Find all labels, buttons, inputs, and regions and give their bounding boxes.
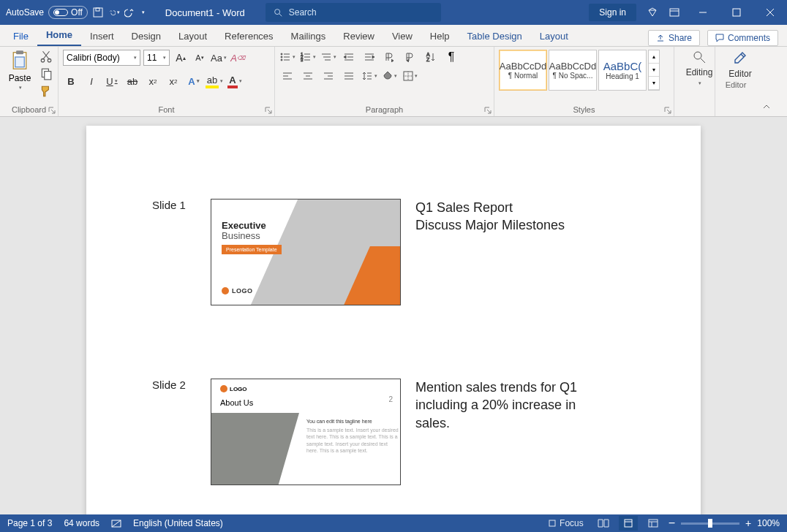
underline-button[interactable]: U▾ [104, 73, 120, 89]
close-button[interactable] [753, 0, 787, 25]
tab-design[interactable]: Design [123, 28, 170, 46]
file-tab[interactable]: File [4, 28, 37, 46]
paste-button[interactable]: Paste ▾ [4, 50, 35, 91]
styles-launcher-icon[interactable] [664, 107, 671, 114]
svg-text:3: 3 [301, 58, 304, 62]
tab-layout[interactable]: Layout [170, 28, 216, 46]
svg-text:Z: Z [426, 57, 430, 62]
autosave-toggle[interactable]: Off [48, 6, 88, 19]
format-painter-icon[interactable] [39, 85, 53, 98]
tab-help[interactable]: Help [421, 28, 459, 46]
superscript-button[interactable]: x2 [165, 73, 181, 89]
tab-view[interactable]: View [383, 28, 421, 46]
tab-references[interactable]: References [216, 28, 282, 46]
autosave-state: Off [71, 7, 83, 18]
group-styles: AaBbCcDd¶ Normal AaBbCcDd¶ No Spac... Aa… [494, 47, 674, 116]
table-row: Slide 2 LOGO About Us 2 You can edit thi… [152, 379, 657, 485]
align-center-icon[interactable] [300, 69, 316, 83]
styles-gallery-nav[interactable]: ▴▾▾ [648, 50, 660, 91]
sort-icon[interactable]: AZ [423, 50, 439, 64]
text-effects-icon[interactable]: A▾ [186, 73, 202, 89]
borders-icon[interactable]: ▾ [402, 69, 418, 83]
align-right-icon[interactable] [320, 69, 336, 83]
line-spacing-icon[interactable]: ▾ [361, 69, 377, 83]
maximize-button[interactable] [720, 0, 753, 25]
style-nospacing[interactable]: AaBbCcDd¶ No Spac... [549, 50, 597, 91]
svg-point-2 [274, 10, 279, 15]
copy-icon[interactable] [39, 67, 53, 80]
tab-insert[interactable]: Insert [81, 28, 123, 46]
svg-point-13 [281, 56, 282, 58]
share-button[interactable]: Share [648, 30, 700, 46]
slide-note-1: Q1 Sales Report Discuss Major Milestones [415, 199, 565, 305]
numbering-icon[interactable]: 123▾ [300, 50, 316, 64]
svg-rect-24 [625, 520, 632, 527]
change-case-icon[interactable]: Aa▾ [211, 50, 227, 66]
strike-button[interactable]: ab [124, 73, 140, 89]
language[interactable]: English (United States) [133, 518, 223, 528]
grow-font-icon[interactable]: A▴ [173, 50, 189, 66]
clear-format-icon[interactable]: A⌫ [230, 50, 246, 66]
editing-button[interactable]: Editing▾ [679, 50, 720, 86]
group-clipboard: Paste ▾ Clipboard [0, 47, 59, 116]
style-normal[interactable]: AaBbCcDd¶ Normal [499, 50, 547, 91]
tab-home[interactable]: Home [37, 26, 81, 46]
font-name-select[interactable]: Calibri (Body)▾ [63, 50, 140, 66]
zoom-in-button[interactable]: + [745, 517, 751, 529]
group-editor: Editor Editor [715, 47, 756, 116]
word-count[interactable]: 64 words [64, 518, 99, 528]
read-mode-icon[interactable] [594, 516, 613, 531]
italic-button[interactable]: I [83, 73, 99, 89]
shrink-font-icon[interactable]: A▾ [192, 50, 208, 66]
bullets-icon[interactable]: ▾ [279, 50, 295, 64]
tab-mailings[interactable]: Mailings [282, 28, 335, 46]
web-layout-icon[interactable] [644, 516, 663, 531]
sign-in-button[interactable]: Sign in [589, 4, 636, 21]
font-size-select[interactable]: 11▾ [143, 50, 170, 66]
diamond-icon[interactable] [647, 7, 658, 18]
subscript-button[interactable]: x2 [145, 73, 161, 89]
cut-icon[interactable] [39, 50, 53, 63]
print-layout-icon[interactable] [619, 516, 638, 531]
focus-button[interactable]: Focus [543, 516, 588, 531]
shading-icon[interactable]: ▾ [382, 69, 398, 83]
rtl-icon[interactable] [402, 50, 418, 64]
font-launcher-icon[interactable] [265, 107, 272, 114]
tab-review[interactable]: Review [334, 28, 383, 46]
paragraph-launcher-icon[interactable] [484, 107, 492, 114]
redo-icon[interactable] [124, 7, 136, 18]
thumb2-logo: LOGO [220, 385, 247, 392]
zoom-slider[interactable] [681, 522, 739, 525]
indent-left-icon[interactable] [341, 50, 357, 64]
indent-right-icon[interactable] [361, 50, 377, 64]
search-icon [273, 7, 283, 18]
style-heading1[interactable]: AaBbC(Heading 1 [598, 50, 647, 91]
comments-button[interactable]: Comments [707, 30, 778, 46]
font-color-icon[interactable]: A▾ [227, 73, 243, 89]
ribbon-display-icon[interactable] [669, 7, 680, 18]
paragraph-label: Paragraph [279, 104, 489, 116]
bold-button[interactable]: B [63, 73, 79, 89]
qat-more-icon[interactable]: ▾ [142, 10, 145, 15]
align-left-icon[interactable] [279, 69, 295, 83]
editor-button[interactable]: Editor [720, 50, 761, 79]
zoom-level[interactable]: 100% [757, 518, 780, 528]
group-paragraph: ▾ 123▾ ▾ AZ ¶ ▾ ▾ ▾ Paragraph [275, 47, 494, 116]
tab-table-design[interactable]: Table Design [459, 28, 531, 46]
clipboard-launcher-icon[interactable] [48, 107, 56, 114]
proofing-icon[interactable] [111, 518, 121, 528]
document-view[interactable]: Slide 1 Executive Business Presentation … [0, 117, 787, 514]
thumb1-title2: Business [222, 230, 260, 241]
multilevel-icon[interactable]: ▾ [320, 50, 336, 64]
minimize-button[interactable] [686, 0, 720, 25]
page-info[interactable]: Page 1 of 3 [7, 518, 52, 528]
search-input[interactable]: Search [266, 3, 441, 22]
highlight-icon[interactable]: ab▾ [206, 73, 222, 89]
pilcrow-icon[interactable]: ¶ [443, 50, 459, 64]
justify-icon[interactable] [341, 69, 357, 83]
save-icon[interactable] [92, 7, 104, 18]
ltr-icon[interactable] [382, 50, 398, 64]
tab-layout-2[interactable]: Layout [531, 28, 577, 46]
undo-icon[interactable]: ▾ [108, 7, 120, 18]
zoom-out-button[interactable]: − [669, 517, 675, 530]
